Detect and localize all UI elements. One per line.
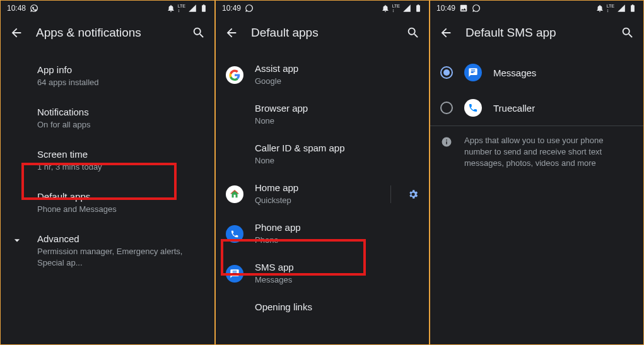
list-item-advanced[interactable]: Advanced Permission manager, Emergency a… bbox=[1, 224, 214, 278]
list-item-browser-app[interactable]: Browser app None bbox=[216, 95, 429, 134]
image-icon bbox=[459, 4, 468, 13]
truecaller-icon bbox=[464, 99, 482, 117]
search-icon[interactable] bbox=[192, 26, 206, 40]
back-icon[interactable] bbox=[9, 26, 23, 40]
list-item-opening-links[interactable]: Opening links bbox=[216, 293, 429, 321]
back-icon[interactable] bbox=[439, 26, 453, 40]
screen-default-sms: 10:49 LTE↕ Default SMS app Messages bbox=[430, 0, 644, 345]
list-item-caller-id[interactable]: Caller ID & spam app None bbox=[216, 134, 429, 174]
lte-icon: LTE↕ bbox=[607, 4, 614, 13]
radio-unselected-icon bbox=[440, 102, 453, 114]
whatsapp-icon bbox=[30, 4, 38, 13]
lte-icon: LTE↕ bbox=[392, 4, 400, 13]
gear-icon[interactable] bbox=[407, 189, 419, 200]
page-title: Default SMS app bbox=[465, 26, 608, 40]
signal-icon bbox=[402, 4, 411, 13]
list-item-assist-app[interactable]: Assist app Google bbox=[216, 55, 429, 95]
status-time: 10:49 bbox=[222, 4, 241, 13]
info-row: Apps that allow you to use your phone nu… bbox=[430, 126, 643, 178]
status-bar: 10:48 LTE↕ bbox=[1, 1, 214, 16]
messages-icon bbox=[464, 64, 482, 81]
app-bar: Default apps bbox=[216, 16, 429, 50]
search-icon[interactable] bbox=[406, 26, 420, 40]
search-icon[interactable] bbox=[621, 26, 635, 40]
screen-default-apps: 10:49 LTE↕ Default apps Assist app Googl… bbox=[215, 0, 430, 345]
list-item-app-info[interactable]: App info 64 apps installed bbox=[1, 55, 214, 97]
home-icon bbox=[226, 185, 243, 203]
info-icon bbox=[441, 136, 452, 148]
whatsapp-icon bbox=[245, 4, 254, 13]
signal-icon bbox=[188, 4, 197, 13]
signal-icon bbox=[617, 4, 626, 13]
page-title: Default apps bbox=[251, 26, 394, 40]
divider-vertical bbox=[390, 185, 391, 203]
lte-icon: LTE↕ bbox=[178, 4, 185, 13]
radio-selected-icon bbox=[440, 66, 453, 79]
radio-option-truecaller[interactable]: Truecaller bbox=[430, 90, 643, 126]
highlight-default-apps bbox=[21, 163, 177, 200]
bell-off-icon bbox=[381, 4, 390, 13]
whatsapp-icon bbox=[472, 4, 481, 13]
highlight-sms-app bbox=[221, 239, 366, 276]
radio-option-messages[interactable]: Messages bbox=[430, 55, 643, 90]
chevron-down-icon bbox=[11, 234, 23, 247]
bell-off-icon bbox=[595, 4, 604, 13]
status-bar: 10:49 LTE↕ bbox=[430, 1, 643, 16]
battery-icon bbox=[199, 4, 208, 13]
status-time: 10:48 bbox=[7, 4, 26, 13]
app-bar: Apps & notifications bbox=[1, 16, 214, 50]
bell-off-icon bbox=[167, 4, 175, 13]
status-bar: 10:49 LTE↕ bbox=[216, 1, 429, 16]
app-bar: Default SMS app bbox=[430, 16, 643, 50]
battery-icon bbox=[628, 4, 637, 13]
list-item-home-app[interactable]: Home app Quickstep bbox=[216, 174, 429, 214]
google-icon bbox=[226, 66, 243, 84]
status-time: 10:49 bbox=[436, 4, 455, 13]
battery-icon bbox=[414, 4, 423, 13]
page-title: Apps & notifications bbox=[36, 26, 179, 40]
list-item-notifications[interactable]: Notifications On for all apps bbox=[1, 97, 214, 139]
back-icon[interactable] bbox=[225, 26, 238, 40]
